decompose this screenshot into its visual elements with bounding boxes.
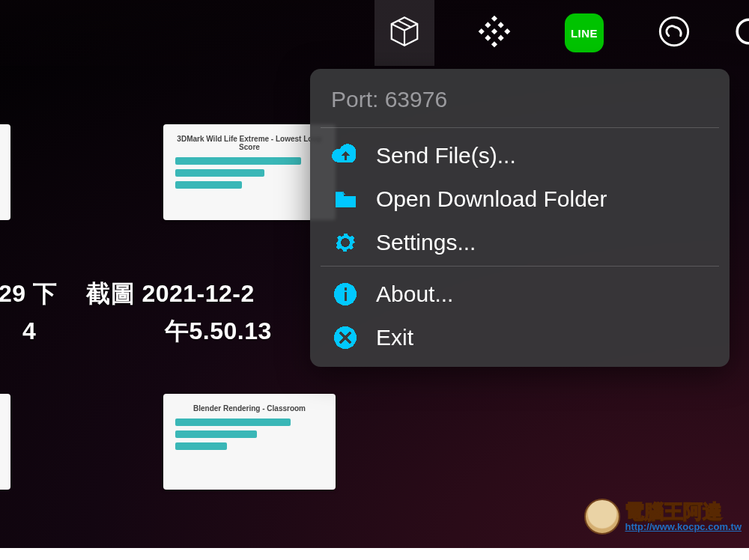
svg-point-10	[737, 19, 749, 43]
desktop-thumbnail-edge	[0, 124, 10, 220]
svg-rect-6	[485, 35, 491, 41]
desktop-filename: 4	[22, 313, 36, 350]
menubar: LINE	[0, 0, 749, 66]
app-dropdown-menu: Port: 63976 Send File(s)... Open Downloa…	[310, 69, 730, 367]
svg-rect-3	[504, 28, 510, 34]
package-icon	[387, 14, 422, 52]
menu-separator	[321, 127, 719, 128]
svg-rect-8	[491, 28, 497, 34]
line-app-icon: LINE	[565, 13, 604, 52]
watermark-title: 電腦王阿達	[625, 502, 742, 521]
port-label: Port: 63976	[310, 82, 730, 126]
menubar-item-partial[interactable]	[734, 0, 749, 66]
menu-separator	[321, 266, 719, 267]
watermark-url: http://www.kocpc.com.tw	[625, 521, 742, 532]
thumbnail-title: Blender Rendering - Classroom	[175, 404, 324, 413]
menubar-item-diamond[interactable]	[464, 0, 524, 66]
creative-cloud-icon	[657, 14, 691, 52]
svg-point-11	[342, 240, 348, 246]
svg-rect-2	[479, 28, 485, 34]
bottom-crop-edge	[0, 548, 749, 560]
desktop-filename: 午5.50.13	[165, 313, 272, 350]
svg-rect-4	[485, 22, 491, 28]
svg-rect-1	[491, 41, 497, 47]
desktop-thumbnail[interactable]: Blender Rendering - Classroom	[163, 394, 336, 490]
diamond-grid-icon	[477, 14, 512, 52]
menubar-item-package[interactable]	[374, 0, 434, 66]
folder-icon	[331, 185, 360, 213]
menubar-item-line[interactable]: LINE	[554, 0, 614, 66]
svg-point-9	[660, 17, 688, 45]
menu-item-exit[interactable]: Exit	[310, 316, 730, 359]
svg-rect-0	[491, 16, 497, 22]
desktop-thumbnail-edge	[0, 394, 10, 490]
menu-item-about[interactable]: About...	[310, 273, 730, 316]
menu-item-label: About...	[376, 281, 453, 307]
menu-item-label: Send File(s)...	[376, 143, 516, 168]
svg-rect-7	[498, 35, 504, 41]
menu-item-open-folder[interactable]: Open Download Folder	[310, 177, 730, 221]
menu-item-label: Settings...	[376, 230, 476, 255]
thumbnail-title: 3DMark Wild Life Extreme - Lowest Loop S…	[175, 135, 324, 151]
watermark-logo	[584, 499, 620, 535]
menu-item-label: Open Download Folder	[376, 186, 607, 212]
info-icon	[331, 280, 360, 308]
desktop-filename[interactable]: 29 下	[0, 276, 57, 313]
cloud-upload-icon	[331, 141, 360, 170]
close-circle-icon	[331, 323, 360, 352]
menu-item-label: Exit	[376, 325, 413, 350]
menubar-item-creative-cloud[interactable]	[644, 0, 704, 66]
svg-rect-13	[345, 292, 348, 301]
menu-item-send-files[interactable]: Send File(s)...	[310, 134, 730, 177]
menu-item-settings[interactable]: Settings...	[310, 221, 730, 264]
line-app-label: LINE	[571, 27, 598, 40]
circle-icon	[732, 14, 749, 52]
svg-rect-14	[345, 287, 348, 290]
desktop-filename[interactable]: 截圖 2021-12-2	[86, 276, 255, 313]
watermark: 電腦王阿達 http://www.kocpc.com.tw	[584, 499, 742, 535]
gear-icon	[331, 228, 360, 257]
svg-rect-5	[498, 22, 504, 28]
